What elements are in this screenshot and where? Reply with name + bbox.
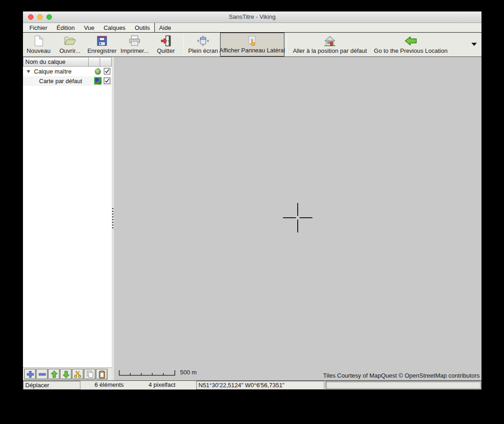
layer-buttons-bar [23,367,112,380]
save-floppy-icon [96,35,108,47]
paste-layer-button[interactable] [96,369,108,379]
open-button[interactable]: Ouvrir... [54,33,85,57]
menu-vue[interactable]: Vue [79,23,99,32]
progress-indicator [325,381,481,390]
content-area: Nom du calque Calque maître [23,57,481,380]
new-button[interactable]: Nouveau [23,33,54,57]
menu-outils[interactable]: Outils [130,23,154,32]
toggle-side-panel-button[interactable]: Afficher Panneau Latéral [220,33,284,57]
toolbar-overflow-chevron-down-icon[interactable] [471,43,477,46]
save-button[interactable]: Enregistrer [85,33,119,57]
scale-label: 500 m [180,369,197,376]
fullscreen-button-label: Plein écran [188,47,218,54]
new-button-label: Nouveau [27,47,51,54]
layer-name: Carte par défaut [39,78,82,85]
layer-name-column-header[interactable]: Nom du calque [23,57,89,67]
menu-bar: Fichier Édition Vue Calques Outils Aide [23,23,481,33]
new-document-icon [34,35,44,47]
active-tool-status: Déplacer [23,381,80,390]
layer-visible-column-header[interactable] [100,57,112,67]
paste-icon [97,370,107,379]
back-arrow-icon [404,35,417,47]
status-bar: Déplacer 6 éléments 4 pixelfact N51°30'2… [23,380,481,390]
move-layer-up-button[interactable] [48,369,60,379]
copy-icon [85,370,95,379]
chevron-down-icon[interactable] [27,70,30,73]
quit-door-icon [160,35,171,47]
add-layer-button[interactable] [24,369,36,379]
toolbar-separator [183,35,184,54]
menu-box: Fichier Édition Vue Calques Outils Aide [23,23,155,32]
items-count-status: 6 éléments [80,381,138,390]
toolbar-separator [287,35,287,54]
open-folder-icon [64,35,76,47]
move-up-icon [50,370,59,379]
scale-ruler-icon [119,370,176,376]
print-button-label: Imprimer... [120,47,148,54]
toggle-side-panel-label: Afficher Panneau Latéral [220,47,285,54]
aggregate-layer-icon [94,68,102,75]
layers-panel: Nom du calque Calque maître [23,57,112,380]
go-previous-location-button[interactable]: Go to the Previous Location [370,33,451,57]
add-layer-icon [26,370,35,379]
menu-fichier[interactable]: Fichier [25,23,52,32]
title-bar[interactable]: SansTitre - Viking [23,11,481,23]
quit-button[interactable]: Quitter [151,33,181,57]
printer-icon [129,35,141,47]
crosshair-icon [282,202,314,236]
cut-layer-button[interactable] [72,369,84,379]
remove-layer-icon [38,370,47,379]
fullscreen-icon [197,35,209,47]
coordinates-status: N51°30'22,5124" W0°6'56,7351" [196,381,324,390]
fullscreen-button[interactable]: Plein écran [186,33,220,57]
copy-layer-button[interactable] [84,369,96,379]
save-button-label: Enregistrer [87,47,117,54]
map-attribution: Tiles Courtesy of MapQuest © OpenStreetM… [323,372,480,379]
zoom-factor-status: 4 pixelfact [138,381,186,390]
main-toolbar: Nouveau Ouvrir... Enregis [23,33,481,57]
progress-focus-frame [326,382,481,389]
window-title: SansTitre - Viking [23,13,481,20]
menu-calques[interactable]: Calques [99,23,130,32]
map-layer-icon [94,77,102,85]
map-viewport[interactable]: 500 m Tiles Courtesy of MapQuest © OpenS… [114,57,481,380]
remove-layer-button[interactable] [36,369,48,379]
cut-icon [74,370,83,379]
layer-icon-column-header[interactable] [89,57,100,67]
go-default-position-button[interactable]: Aller à la position par défaut [289,33,370,57]
go-default-position-label: Aller à la position par défaut [293,47,367,54]
go-previous-location-label: Go to the Previous Location [374,47,447,54]
side-panel-icon [247,35,258,46]
move-down-icon [62,370,71,379]
layer-visible-checkbox[interactable] [104,78,110,84]
map-scale-bar: 500 m [119,369,197,376]
layer-row-carte-par-defaut[interactable]: Carte par défaut [23,76,112,86]
quit-button-label: Quitter [157,47,175,54]
layer-row-calque-maitre[interactable]: Calque maître [23,67,112,76]
layer-visible-checkbox[interactable] [104,68,110,74]
open-button-label: Ouvrir... [59,47,80,54]
menu-edition[interactable]: Édition [52,23,79,32]
print-button[interactable]: Imprimer... [119,33,151,57]
viking-app-window: SansTitre - Viking Fichier Édition Vue C… [23,11,481,390]
menu-aide[interactable]: Aide [154,23,176,32]
move-layer-down-button[interactable] [60,369,72,379]
splitter-grip-icon[interactable] [112,208,113,229]
home-icon [324,35,336,47]
layer-name: Calque maître [34,68,72,75]
